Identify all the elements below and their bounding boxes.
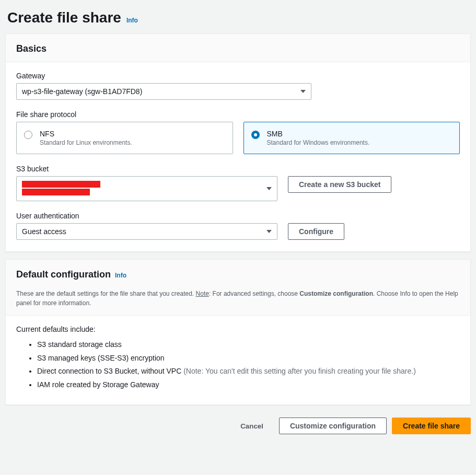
gateway-select-value: wp-s3-file-gateway (sgw-B1AD7FD8) (22, 87, 142, 96)
chevron-down-icon (266, 230, 272, 233)
current-defaults-label: Current defaults include: (16, 325, 460, 333)
default-config-description: These are the default settings for the f… (6, 287, 470, 316)
protocol-option-title: NFS (40, 130, 225, 138)
gateway-label: Gateway (16, 72, 460, 80)
create-s3-bucket-button[interactable]: Create a new S3 bucket (288, 176, 391, 193)
user-auth-value: Guest access (22, 227, 66, 236)
radio-icon (24, 131, 32, 139)
protocol-option-title: SMB (267, 130, 452, 138)
info-link[interactable]: Info (126, 17, 138, 24)
default-config-panel: Default configuration Info These are the… (5, 259, 471, 405)
default-config-body: Current defaults include: S3 standard st… (6, 316, 470, 404)
gateway-select[interactable]: wp-s3-file-gateway (sgw-B1AD7FD8) (16, 83, 311, 100)
gateway-field: Gateway wp-s3-file-gateway (sgw-B1AD7FD8… (16, 72, 460, 100)
list-item: S3 managed keys (SSE-S3) encryption (37, 353, 460, 364)
info-link[interactable]: Info (115, 272, 126, 279)
protocol-label: File share protocol (16, 110, 460, 119)
list-item: IAM role created by Storage Gateway (37, 380, 460, 390)
basics-panel-body: Gateway wp-s3-file-gateway (sgw-B1AD7FD8… (6, 62, 470, 251)
s3-bucket-select[interactable] (16, 176, 277, 201)
user-auth-field: User authentication Guest access Configu… (16, 212, 460, 240)
list-item: S3 standard storage class (37, 340, 460, 350)
protocol-radio-group: NFS Standard for Linux environments. SMB… (16, 122, 460, 154)
chevron-down-icon (300, 90, 306, 93)
redacted-text (22, 181, 100, 188)
basics-panel: Basics Gateway wp-s3-file-gateway (sgw-B… (5, 33, 471, 252)
user-auth-label: User authentication (16, 212, 460, 220)
radio-icon (251, 131, 260, 139)
defaults-list: S3 standard storage class S3 managed key… (16, 340, 460, 390)
user-auth-select[interactable]: Guest access (16, 223, 277, 240)
s3-bucket-field: S3 bucket Create a new S3 bucket (16, 165, 460, 201)
page-header: Create file share Info (0, 0, 476, 33)
basics-title: Basics (16, 43, 47, 54)
cancel-button[interactable]: Cancel (230, 419, 274, 433)
create-file-share-button[interactable]: Create file share (392, 418, 471, 434)
default-config-header: Default configuration Info (6, 260, 470, 287)
customize-configuration-button[interactable]: Customize configuration (279, 418, 387, 434)
protocol-option-desc: Standard for Windows environments. (267, 139, 452, 146)
protocol-option-smb[interactable]: SMB Standard for Windows environments. (243, 122, 460, 154)
protocol-option-desc: Standard for Linux environments. (40, 139, 225, 146)
protocol-field: File share protocol NFS Standard for Lin… (16, 110, 460, 154)
redacted-text (22, 189, 90, 195)
list-item: Direct connection to S3 Bucket, without … (37, 366, 460, 377)
chevron-down-icon (266, 187, 272, 190)
default-config-title: Default configuration (16, 269, 111, 280)
footer-actions: Cancel Customize configuration Create fi… (0, 412, 476, 450)
basics-panel-header: Basics (6, 34, 470, 62)
s3-bucket-label: S3 bucket (16, 165, 460, 173)
protocol-option-nfs[interactable]: NFS Standard for Linux environments. (16, 122, 233, 154)
page-title: Create file share (7, 9, 121, 26)
configure-button[interactable]: Configure (288, 223, 344, 240)
